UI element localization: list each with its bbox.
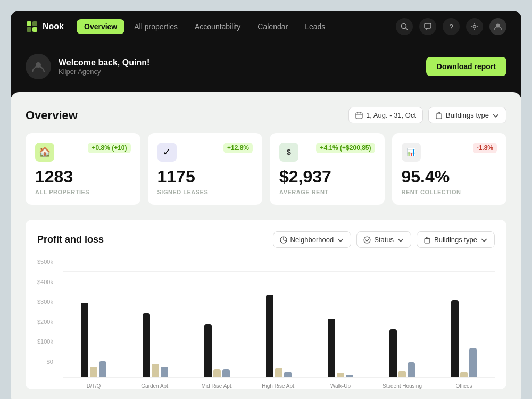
- neighborhood-filter-button[interactable]: Neighborhood: [273, 231, 352, 248]
- bar-beige: [152, 364, 159, 377]
- y-label-0: $0: [37, 359, 53, 365]
- bar-blue: [284, 372, 292, 377]
- pl-building-type-filter-button[interactable]: Buildings type: [417, 231, 495, 248]
- logo: Nook: [26, 20, 64, 33]
- svg-rect-10: [356, 113, 362, 119]
- bar-blue: [222, 369, 230, 377]
- nav-accountability[interactable]: Accountability: [187, 19, 248, 34]
- rent-value: $2,937: [279, 167, 375, 187]
- bar-beige: [460, 372, 468, 377]
- building-type-filter-button[interactable]: Buildings type: [428, 107, 506, 123]
- overview-header: Overview 1, Aug. - 31, Oct Buildings typ…: [26, 107, 506, 123]
- rent-icon: $: [279, 143, 298, 162]
- overview-title: Overview: [26, 109, 78, 122]
- bar-group-0: D/T/Q: [63, 303, 124, 377]
- bar-group-5: Student Housing: [371, 329, 433, 377]
- rent-badge: +4.1% (+$200,85): [316, 143, 375, 153]
- y-label-500k: $500k: [37, 259, 53, 265]
- nav-all-properties[interactable]: All properties: [127, 19, 185, 34]
- y-axis: $500k $400k $300k $200k $100k $0: [37, 259, 53, 365]
- svg-line-5: [406, 28, 408, 30]
- svg-rect-6: [425, 23, 431, 28]
- building-filter-label: Buildings type: [446, 111, 489, 119]
- properties-icon: 🏠: [35, 143, 54, 162]
- leases-badge: +12.8%: [223, 143, 253, 153]
- bar-dark: [451, 300, 459, 377]
- y-label-400k: $400k: [37, 279, 53, 285]
- svg-rect-0: [27, 21, 31, 26]
- date-filter-button[interactable]: 1, Aug. - 31, Oct: [348, 107, 423, 123]
- download-report-button[interactable]: Download report: [426, 57, 506, 76]
- bar-group-1: Garden Apt.: [124, 313, 186, 377]
- collection-badge: -1.8%: [473, 143, 497, 153]
- date-filter-label: 1, Aug. - 31, Oct: [366, 111, 416, 119]
- metric-card-leases: ✓ +12.8% 1175 SIGNED LEASES: [148, 133, 263, 205]
- svg-rect-11: [436, 114, 442, 119]
- bar-beige: [90, 367, 97, 377]
- nav-overview[interactable]: Overview: [77, 19, 124, 34]
- bar-dark: [81, 303, 88, 377]
- rent-label: AVERAGE RENT: [279, 189, 375, 195]
- status-filter-button[interactable]: Status: [356, 231, 411, 248]
- svg-rect-2: [27, 27, 31, 32]
- chart-container: $500k $400k $300k $200k $100k $0 D/T/QGa…: [37, 259, 495, 378]
- collection-label: RENT COLLECTION: [402, 189, 497, 195]
- bar-group-label: Student Housing: [383, 383, 422, 389]
- chat-button[interactable]: [419, 18, 436, 35]
- bar-group-label: Offices: [456, 383, 472, 389]
- y-label-300k: $300k: [37, 298, 53, 305]
- status-filter-label: Status: [374, 236, 394, 244]
- bar-group-3: High Rise Apt.: [248, 295, 310, 377]
- bar-group-6: Offices: [433, 300, 495, 377]
- pl-building-filter-label: Buildings type: [434, 236, 477, 244]
- bar-group-label: Mid Rise Apt.: [202, 383, 233, 389]
- bar-group-label: High Rise Apt.: [262, 383, 295, 389]
- pl-filters: Neighborhood Status Buildings type: [273, 231, 495, 248]
- app-container: Nook Overview All properties Accountabil…: [11, 11, 521, 399]
- svg-point-13: [364, 237, 370, 243]
- svg-rect-1: [32, 21, 37, 26]
- leases-value: 1175: [157, 167, 253, 187]
- logo-icon: [26, 20, 38, 33]
- metric-card-collection: 📊 -1.8% 95.4% RENT COLLECTION: [392, 133, 507, 205]
- overview-filters: 1, Aug. - 31, Oct Buildings type: [348, 107, 506, 123]
- y-label-200k: $200k: [37, 319, 53, 325]
- svg-rect-3: [32, 27, 37, 32]
- svg-rect-14: [425, 238, 430, 243]
- bar-blue: [346, 375, 353, 377]
- chart-bars: D/T/QGarden Apt.Mid Rise Apt.High Rise A…: [63, 271, 495, 378]
- bar-beige: [213, 369, 221, 377]
- bar-group-label: Walk-Up: [330, 383, 351, 389]
- bar-group-4: Walk-Up: [310, 319, 371, 377]
- profit-loss-header: Profit and loss Neighborhood Status: [37, 231, 495, 248]
- properties-label: ALL PROPERTIES: [35, 189, 131, 195]
- profit-loss-title: Profit and loss: [37, 234, 104, 245]
- agency-name: Kilper Agency: [59, 68, 149, 76]
- bar-group-label: D/T/Q: [87, 383, 101, 389]
- bar-dark: [204, 324, 212, 377]
- profit-loss-section: Profit and loss Neighborhood Status: [26, 220, 506, 389]
- leases-icon: ✓: [157, 143, 177, 162]
- nav-leads[interactable]: Leads: [297, 19, 332, 34]
- metrics-grid: 🏠 +0.8% (+10) 1283 ALL PROPERTIES ✓ +12.…: [26, 133, 506, 205]
- settings-button[interactable]: [466, 18, 483, 35]
- help-button[interactable]: ?: [443, 18, 460, 35]
- bar-dark: [266, 295, 273, 377]
- svg-point-7: [473, 26, 476, 28]
- nav-links: Overview All properties Accountability C…: [77, 19, 383, 34]
- bar-beige: [398, 371, 406, 377]
- header-banner: Welcome back, Quinn! Kilper Agency Downl…: [11, 43, 521, 92]
- search-button[interactable]: [396, 18, 413, 35]
- user-avatar-nav[interactable]: [489, 18, 506, 35]
- collection-value: 95.4%: [402, 167, 497, 187]
- metric-card-properties: 🏠 +0.8% (+10) 1283 ALL PROPERTIES: [26, 133, 140, 205]
- main-content: Overview 1, Aug. - 31, Oct Buildings typ…: [11, 92, 521, 399]
- bar-beige: [275, 368, 282, 377]
- bar-blue: [408, 362, 415, 377]
- bar-group-2: Mid Rise Apt.: [186, 324, 248, 377]
- bar-dark: [328, 319, 335, 377]
- user-info: Welcome back, Quinn! Kilper Agency: [26, 54, 149, 79]
- collection-icon: 📊: [402, 143, 421, 162]
- nav-calendar[interactable]: Calendar: [250, 19, 295, 34]
- bar-group-label: Garden Apt.: [141, 383, 169, 389]
